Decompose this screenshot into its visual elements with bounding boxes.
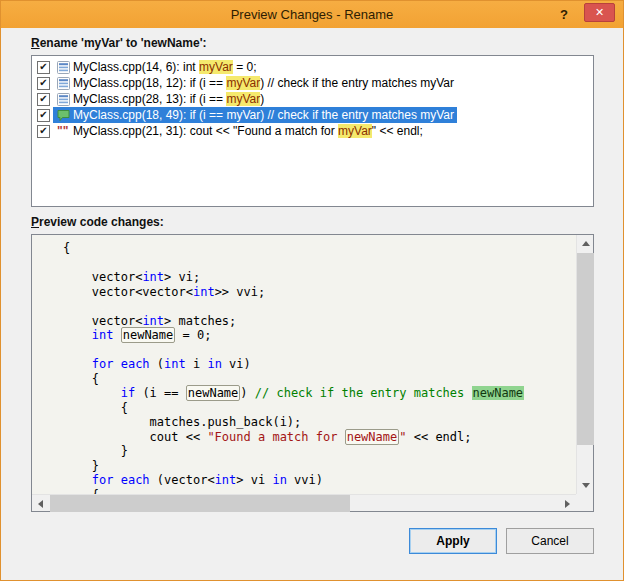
scroll-left-icon[interactable]	[32, 495, 49, 512]
code-line: int newName = 0;	[34, 328, 576, 343]
scroll-right-icon[interactable]	[559, 495, 576, 512]
close-icon[interactable]: ✕	[584, 3, 615, 22]
row-text: MyClass.cpp(14, 6): int myVar = 0;	[73, 60, 257, 74]
help-button[interactable]: ?	[553, 5, 575, 23]
rename-label-mnemonic: R	[31, 36, 40, 50]
dialog-body: Rename 'myVar' to 'newName': ✔MyClass.cp…	[1, 28, 623, 554]
code-line: vector<int> matches;	[34, 314, 576, 329]
row-body: MyClass.cpp(14, 6): int myVar = 0;	[53, 59, 260, 75]
row-checkbox[interactable]: ✔	[37, 125, 50, 138]
horizontal-scroll-thumb[interactable]	[50, 495, 350, 512]
code-line: matches.push_back(i);	[34, 415, 576, 430]
change-row[interactable]: ✔MyClass.cpp(18, 49): if (i == myVar) //…	[32, 107, 593, 123]
code-line: for each (int i in vi)	[34, 357, 576, 372]
code-line: cout << "Found a match for newName" << e…	[34, 430, 576, 445]
row-body: MyClass.cpp(18, 12): if (i == myVar) // …	[53, 75, 457, 91]
scrollbar-corner	[576, 494, 593, 511]
code-line: vector<vector<int>> vvi;	[34, 285, 576, 300]
code-content: { vector<int> vi; vector<vector<int>> vv…	[32, 235, 576, 494]
preview-label: Preview code changes:	[31, 215, 594, 230]
code-line: }	[34, 444, 576, 459]
change-row[interactable]: ✔MyClass.cpp(18, 12): if (i == myVar) //…	[32, 75, 593, 91]
code-line: if (i == newName) // check if the entry …	[34, 386, 576, 401]
row-body: MyClass.cpp(28, 13): if (i == myVar)	[53, 91, 267, 107]
code-line: {	[34, 401, 576, 416]
row-checkbox[interactable]: ✔	[37, 77, 50, 90]
button-row: Apply Cancel	[31, 528, 594, 554]
window-title: Preview Changes - Rename	[231, 7, 394, 22]
preview-changes-dialog: Preview Changes - Rename ? ✕ Rename 'myV…	[0, 0, 624, 581]
changes-list[interactable]: ✔MyClass.cpp(14, 6): int myVar = 0;✔MyCl…	[31, 55, 594, 207]
source-file-icon	[56, 77, 70, 90]
titlebar: Preview Changes - Rename ? ✕	[1, 1, 623, 28]
change-row[interactable]: ✔""MyClass.cpp(21, 31): cout << "Found a…	[32, 123, 593, 139]
row-checkbox[interactable]: ✔	[37, 93, 50, 106]
row-text: MyClass.cpp(28, 13): if (i == myVar)	[73, 92, 264, 106]
preview-label-text: review code changes:	[39, 215, 164, 229]
horizontal-scrollbar[interactable]	[32, 494, 576, 511]
comment-icon	[56, 109, 70, 122]
apply-button[interactable]: Apply	[409, 528, 497, 554]
string-icon: ""	[56, 125, 70, 138]
code-preview-pane: { vector<int> vi; vector<vector<int>> vv…	[31, 234, 594, 512]
code-line	[34, 256, 576, 271]
change-row[interactable]: ✔MyClass.cpp(14, 6): int myVar = 0;	[32, 59, 593, 75]
preview-label-mnemonic: P	[31, 215, 39, 229]
row-body: MyClass.cpp(18, 49): if (i == myVar) // …	[53, 107, 457, 123]
rename-label: Rename 'myVar' to 'newName':	[31, 36, 594, 51]
code-line: for each (vector<int> vi in vvi)	[34, 473, 576, 488]
source-file-icon	[56, 93, 70, 106]
code-line: {	[34, 241, 576, 256]
code-line: vector<int> vi;	[34, 270, 576, 285]
row-checkbox[interactable]: ✔	[37, 109, 50, 122]
row-text: MyClass.cpp(18, 12): if (i == myVar) // …	[73, 76, 454, 90]
source-file-icon	[56, 61, 70, 74]
row-text: MyClass.cpp(18, 49): if (i == myVar) // …	[73, 108, 454, 122]
scroll-down-icon[interactable]	[577, 477, 594, 494]
vertical-scroll-thumb[interactable]	[577, 253, 594, 445]
code-line	[34, 343, 576, 358]
code-line	[34, 299, 576, 314]
code-line: }	[34, 459, 576, 474]
row-checkbox[interactable]: ✔	[37, 61, 50, 74]
code-line: {	[34, 372, 576, 387]
scroll-up-icon[interactable]	[577, 235, 594, 252]
svg-text:"": ""	[57, 125, 68, 138]
row-body: ""MyClass.cpp(21, 31): cout << "Found a …	[53, 123, 426, 139]
change-row[interactable]: ✔MyClass.cpp(28, 13): if (i == myVar)	[32, 91, 593, 107]
vertical-scrollbar[interactable]	[576, 235, 593, 494]
cancel-button[interactable]: Cancel	[506, 528, 594, 554]
rename-label-text: ename 'myVar' to 'newName':	[40, 36, 207, 50]
row-text: MyClass.cpp(21, 31): cout << "Found a ma…	[73, 124, 423, 138]
